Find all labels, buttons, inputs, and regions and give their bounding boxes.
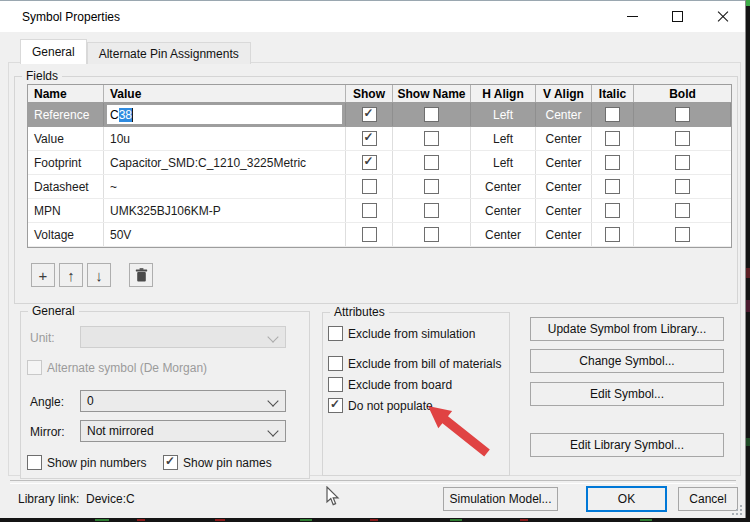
v-align-cell[interactable]: Center <box>536 103 592 126</box>
field-name-cell[interactable]: Footprint <box>28 151 104 174</box>
show-checkbox[interactable] <box>362 155 377 170</box>
field-value-cell[interactable]: Capacitor_SMD:C_1210_3225Metric <box>104 151 346 174</box>
do-not-populate-checkbox[interactable] <box>328 398 343 413</box>
table-row[interactable]: ReferenceC38LeftCenter <box>28 103 731 127</box>
update-symbol-from-library-button[interactable]: Update Symbol from Library... <box>530 317 724 341</box>
bold-cell[interactable] <box>634 151 731 174</box>
table-row[interactable]: Voltage50VCenterCenter <box>28 223 731 247</box>
attribute-exclude-from-simulation[interactable]: Exclude from simulation <box>328 326 475 341</box>
italic-cell[interactable] <box>592 223 634 246</box>
table-row[interactable]: FootprintCapacitor_SMD:C_1210_3225Metric… <box>28 151 731 175</box>
exclude-from-simulation-checkbox[interactable] <box>328 326 343 341</box>
tab-alternate-pin-assignments[interactable]: Alternate Pin Assignments <box>87 42 251 64</box>
bold-checkbox[interactable] <box>675 179 690 194</box>
cancel-button[interactable]: Cancel <box>678 487 738 511</box>
show-cell[interactable] <box>346 199 393 222</box>
bold-checkbox[interactable] <box>675 155 690 170</box>
show-name-cell[interactable] <box>393 199 471 222</box>
h-align-cell[interactable]: Center <box>471 199 536 222</box>
field-value-cell[interactable]: 10u <box>104 127 346 150</box>
exclude-from-board-checkbox[interactable] <box>328 377 343 392</box>
italic-cell[interactable] <box>592 127 634 150</box>
add-field-button[interactable]: + <box>31 263 55 287</box>
table-row[interactable]: MPNUMK325BJ106KM-PCenterCenter <box>28 199 731 223</box>
italic-cell[interactable] <box>592 151 634 174</box>
h-align-cell[interactable]: Left <box>471 151 536 174</box>
move-field-up-button[interactable]: ↑ <box>59 263 83 287</box>
field-value-cell[interactable]: ~ <box>104 175 346 198</box>
field-name-cell[interactable]: Value <box>28 127 104 150</box>
title-bar[interactable]: Symbol Properties <box>0 0 745 32</box>
bold-checkbox[interactable] <box>675 203 690 218</box>
angle-combo[interactable]: 0 <box>80 390 286 412</box>
field-value-cell[interactable]: C38 <box>104 103 346 126</box>
simulation-model-button[interactable]: Simulation Model... <box>443 487 558 511</box>
delete-field-button[interactable] <box>129 263 153 287</box>
attribute-exclude-from-bill-of-materials[interactable]: Exclude from bill of materials <box>328 356 501 371</box>
v-align-cell[interactable]: Center <box>536 127 592 150</box>
show-cell[interactable] <box>346 127 393 150</box>
show-pin-names-checkbox[interactable] <box>163 455 178 470</box>
field-name-cell[interactable]: Reference <box>28 103 104 126</box>
show-cell[interactable] <box>346 103 393 126</box>
show-pin-numbers-checkbox[interactable] <box>27 455 42 470</box>
h-align-cell[interactable]: Left <box>471 127 536 150</box>
italic-checkbox[interactable] <box>605 203 620 218</box>
exclude-from-bill-of-materials-checkbox[interactable] <box>328 356 343 371</box>
show-cell[interactable] <box>346 223 393 246</box>
edit-symbol-button[interactable]: Edit Symbol... <box>530 382 724 406</box>
bold-checkbox[interactable] <box>675 227 690 242</box>
show-name-cell[interactable] <box>393 151 471 174</box>
italic-checkbox[interactable] <box>605 131 620 146</box>
field-name-cell[interactable]: Voltage <box>28 223 104 246</box>
italic-cell[interactable] <box>592 103 634 126</box>
show-name-checkbox[interactable] <box>424 107 439 122</box>
show-pin-names-row[interactable]: Show pin names <box>163 455 272 470</box>
show-name-checkbox[interactable] <box>424 227 439 242</box>
h-align-cell[interactable]: Center <box>471 175 536 198</box>
show-checkbox[interactable] <box>362 107 377 122</box>
table-row[interactable]: Value10uLeftCenter <box>28 127 731 151</box>
show-pin-numbers-row[interactable]: Show pin numbers <box>27 455 146 470</box>
field-name-cell[interactable]: MPN <box>28 199 104 222</box>
show-cell[interactable] <box>346 175 393 198</box>
show-name-cell[interactable] <box>393 223 471 246</box>
bold-checkbox[interactable] <box>675 131 690 146</box>
v-align-cell[interactable]: Center <box>536 151 592 174</box>
close-button[interactable] <box>700 1 745 32</box>
edit-library-symbol-button[interactable]: Edit Library Symbol... <box>530 433 724 457</box>
show-checkbox[interactable] <box>362 179 377 194</box>
v-align-cell[interactable]: Center <box>536 199 592 222</box>
bold-cell[interactable] <box>634 103 731 126</box>
change-symbol-button[interactable]: Change Symbol... <box>530 349 724 373</box>
h-align-cell[interactable]: Left <box>471 103 536 126</box>
bold-cell[interactable] <box>634 127 731 150</box>
bold-cell[interactable] <box>634 223 731 246</box>
h-align-cell[interactable]: Center <box>471 223 536 246</box>
tab-general[interactable]: General <box>20 39 87 64</box>
mirror-combo[interactable]: Not mirrored <box>80 420 286 442</box>
ok-button[interactable]: OK <box>586 486 667 512</box>
minimize-button[interactable] <box>610 1 655 32</box>
bold-checkbox[interactable] <box>675 107 690 122</box>
italic-cell[interactable] <box>592 199 634 222</box>
resize-grip[interactable] <box>732 505 742 515</box>
show-name-checkbox[interactable] <box>424 155 439 170</box>
field-value-editor[interactable]: C38 <box>106 104 343 125</box>
show-name-checkbox[interactable] <box>424 131 439 146</box>
italic-checkbox[interactable] <box>605 107 620 122</box>
show-name-checkbox[interactable] <box>424 203 439 218</box>
show-checkbox[interactable] <box>362 203 377 218</box>
attribute-do-not-populate[interactable]: Do not populate <box>328 398 433 413</box>
bold-cell[interactable] <box>634 199 731 222</box>
italic-checkbox[interactable] <box>605 179 620 194</box>
maximize-button[interactable] <box>655 1 700 32</box>
field-value-cell[interactable]: 50V <box>104 223 346 246</box>
show-name-cell[interactable] <box>393 175 471 198</box>
field-value-cell[interactable]: UMK325BJ106KM-P <box>104 199 346 222</box>
italic-checkbox[interactable] <box>605 155 620 170</box>
show-checkbox[interactable] <box>362 227 377 242</box>
table-row[interactable]: Datasheet~CenterCenter <box>28 175 731 199</box>
move-field-down-button[interactable]: ↓ <box>87 263 111 287</box>
attribute-exclude-from-board[interactable]: Exclude from board <box>328 377 452 392</box>
